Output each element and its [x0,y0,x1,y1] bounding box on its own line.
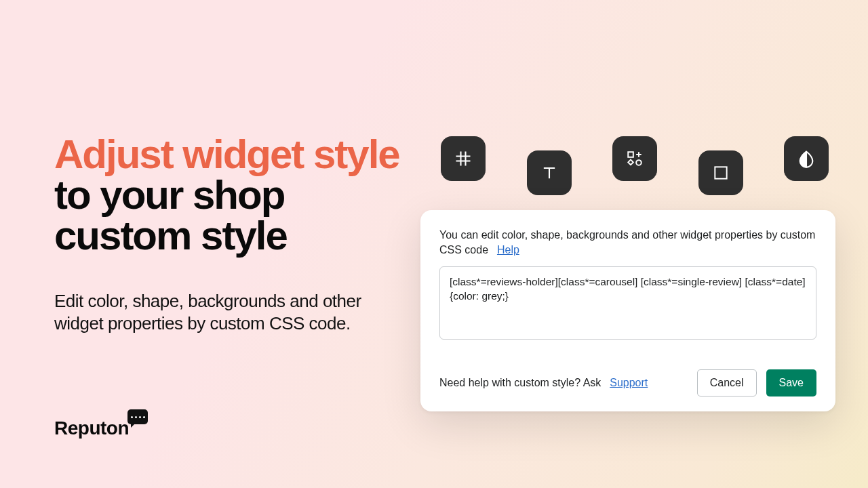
grid-icon[interactable] [441,136,486,181]
contrast-icon[interactable] [784,136,829,181]
headline-rest: to your shop custom style [54,172,287,258]
card-description: You can edit color, shape, backgrounds a… [439,228,816,257]
headline-accent: Adjust widget style [54,131,399,177]
square-icon[interactable] [698,150,743,195]
brand-logo: Reputon [54,409,148,439]
widget-toolbar [441,122,829,195]
shapes-icon[interactable] [612,136,657,181]
card-description-text: You can edit color, shape, backgrounds a… [439,229,815,256]
footer-help-text: Need help with custom style? Ask Support [439,377,648,389]
logo-text: Reputon [54,418,129,439]
chat-bubble-icon [127,409,148,424]
page-subhead: Edit color, shape, backgrounds and other… [54,290,407,334]
custom-css-card: You can edit color, shape, backgrounds a… [420,210,835,411]
svg-rect-2 [715,167,726,178]
svg-rect-0 [628,152,633,157]
svg-point-1 [636,160,642,165]
support-link[interactable]: Support [610,377,648,388]
custom-css-input[interactable] [439,266,816,340]
help-link[interactable]: Help [497,244,519,256]
cancel-button[interactable]: Cancel [697,369,757,396]
save-button[interactable]: Save [766,369,816,396]
text-icon[interactable] [527,150,572,195]
page-headline: Adjust widget style to your shop custom … [54,134,407,256]
footer-help-text-span: Need help with custom style? Ask [439,377,601,388]
